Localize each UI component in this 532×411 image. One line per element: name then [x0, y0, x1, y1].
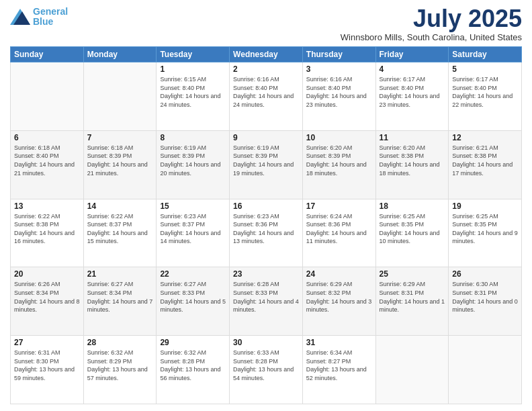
- day-number: 8: [160, 133, 226, 142]
- day-number: 5: [452, 64, 518, 74]
- table-row: 28Sunrise: 6:32 AMSunset: 8:29 PMDayligh…: [83, 336, 157, 404]
- day-number: 25: [380, 269, 445, 279]
- day-number: 26: [452, 269, 518, 279]
- day-number: 17: [306, 201, 372, 211]
- day-info: Sunrise: 6:25 AMSunset: 8:35 PMDaylight:…: [452, 212, 518, 246]
- day-info: Sunrise: 6:22 AMSunset: 8:38 PMDaylight:…: [14, 212, 80, 246]
- day-info: Sunrise: 6:27 AMSunset: 8:34 PMDaylight:…: [87, 280, 153, 314]
- day-number: 18: [380, 201, 445, 211]
- calendar-week-row: 27Sunrise: 6:31 AMSunset: 8:30 PMDayligh…: [11, 336, 522, 404]
- day-info: Sunrise: 6:26 AMSunset: 8:34 PMDaylight:…: [14, 280, 80, 314]
- table-row: 11Sunrise: 6:20 AMSunset: 8:38 PMDayligh…: [375, 130, 449, 199]
- day-info: Sunrise: 6:20 AMSunset: 8:39 PMDaylight:…: [306, 144, 372, 177]
- logo-text: General Blue: [33, 7, 68, 28]
- day-info: Sunrise: 6:32 AMSunset: 8:29 PMDaylight:…: [87, 349, 153, 382]
- table-row: 8Sunrise: 6:19 AMSunset: 8:39 PMDaylight…: [157, 130, 230, 199]
- table-row: 16Sunrise: 6:23 AMSunset: 8:36 PMDayligh…: [230, 199, 303, 267]
- col-sunday: Sunday: [11, 47, 84, 62]
- col-monday: Monday: [83, 47, 157, 62]
- table-row: 21Sunrise: 6:27 AMSunset: 8:34 PMDayligh…: [83, 267, 157, 336]
- day-number: 31: [306, 338, 372, 347]
- day-number: 2: [233, 64, 299, 74]
- table-row: 1Sunrise: 6:15 AMSunset: 8:40 PMDaylight…: [157, 62, 230, 131]
- day-info: Sunrise: 6:18 AMSunset: 8:40 PMDaylight:…: [14, 144, 80, 177]
- day-number: 3: [306, 64, 372, 74]
- table-row: 29Sunrise: 6:32 AMSunset: 8:28 PMDayligh…: [157, 336, 230, 404]
- location: Winnsboro Mills, South Carolina, United …: [341, 32, 522, 42]
- day-number: 9: [233, 133, 299, 142]
- table-row: 5Sunrise: 6:17 AMSunset: 8:40 PMDaylight…: [449, 62, 522, 131]
- day-number: 29: [160, 338, 226, 347]
- day-info: Sunrise: 6:18 AMSunset: 8:39 PMDaylight:…: [87, 144, 153, 177]
- table-row: 13Sunrise: 6:22 AMSunset: 8:38 PMDayligh…: [11, 199, 84, 267]
- table-row: 9Sunrise: 6:19 AMSunset: 8:39 PMDaylight…: [230, 130, 303, 199]
- table-row: 12Sunrise: 6:21 AMSunset: 8:38 PMDayligh…: [449, 130, 522, 199]
- logo-line1: General: [33, 6, 68, 17]
- calendar-table: Sunday Monday Tuesday Wednesday Thursday…: [10, 46, 522, 404]
- table-row: 24Sunrise: 6:29 AMSunset: 8:32 PMDayligh…: [302, 267, 375, 336]
- table-row: 23Sunrise: 6:28 AMSunset: 8:33 PMDayligh…: [230, 267, 303, 336]
- table-row: [449, 336, 522, 404]
- col-tuesday: Tuesday: [157, 47, 230, 62]
- calendar-week-row: 1Sunrise: 6:15 AMSunset: 8:40 PMDaylight…: [11, 62, 522, 131]
- calendar-header-row: Sunday Monday Tuesday Wednesday Thursday…: [11, 47, 522, 62]
- table-row: [83, 62, 157, 131]
- day-info: Sunrise: 6:17 AMSunset: 8:40 PMDaylight:…: [380, 75, 445, 109]
- title-area: July 2025 Winnsboro Mills, South Carolin…: [341, 7, 522, 42]
- day-number: 23: [233, 269, 299, 279]
- day-info: Sunrise: 6:34 AMSunset: 8:27 PMDaylight:…: [306, 349, 372, 382]
- table-row: 10Sunrise: 6:20 AMSunset: 8:39 PMDayligh…: [302, 130, 375, 199]
- day-number: 7: [87, 133, 153, 142]
- day-info: Sunrise: 6:29 AMSunset: 8:32 PMDaylight:…: [306, 280, 372, 314]
- day-number: 13: [14, 201, 80, 211]
- table-row: 27Sunrise: 6:31 AMSunset: 8:30 PMDayligh…: [11, 336, 84, 404]
- table-row: 26Sunrise: 6:30 AMSunset: 8:31 PMDayligh…: [449, 267, 522, 336]
- day-number: 11: [380, 133, 445, 142]
- table-row: 15Sunrise: 6:23 AMSunset: 8:37 PMDayligh…: [157, 199, 230, 267]
- col-friday: Friday: [375, 47, 449, 62]
- day-info: Sunrise: 6:19 AMSunset: 8:39 PMDaylight:…: [233, 144, 299, 177]
- day-number: 14: [87, 201, 153, 211]
- table-row: 30Sunrise: 6:33 AMSunset: 8:28 PMDayligh…: [230, 336, 303, 404]
- logo: General Blue: [10, 7, 68, 28]
- day-number: 28: [87, 338, 153, 347]
- col-saturday: Saturday: [449, 47, 522, 62]
- day-info: Sunrise: 6:22 AMSunset: 8:37 PMDaylight:…: [87, 212, 153, 246]
- day-number: 4: [380, 64, 445, 74]
- day-info: Sunrise: 6:31 AMSunset: 8:30 PMDaylight:…: [14, 349, 80, 382]
- day-number: 19: [452, 201, 518, 211]
- table-row: 6Sunrise: 6:18 AMSunset: 8:40 PMDaylight…: [11, 130, 84, 199]
- table-row: [375, 336, 449, 404]
- day-info: Sunrise: 6:30 AMSunset: 8:31 PMDaylight:…: [452, 280, 518, 314]
- day-number: 12: [452, 133, 518, 142]
- table-row: 3Sunrise: 6:16 AMSunset: 8:40 PMDaylight…: [302, 62, 375, 131]
- day-info: Sunrise: 6:25 AMSunset: 8:35 PMDaylight:…: [380, 212, 445, 246]
- day-number: 15: [160, 201, 226, 211]
- day-info: Sunrise: 6:15 AMSunset: 8:40 PMDaylight:…: [160, 75, 226, 109]
- table-row: 2Sunrise: 6:16 AMSunset: 8:40 PMDaylight…: [230, 62, 303, 131]
- table-row: 4Sunrise: 6:17 AMSunset: 8:40 PMDaylight…: [375, 62, 449, 131]
- day-info: Sunrise: 6:19 AMSunset: 8:39 PMDaylight:…: [160, 144, 226, 177]
- col-thursday: Thursday: [302, 47, 375, 62]
- day-info: Sunrise: 6:21 AMSunset: 8:38 PMDaylight:…: [452, 144, 518, 177]
- table-row: 20Sunrise: 6:26 AMSunset: 8:34 PMDayligh…: [11, 267, 84, 336]
- day-info: Sunrise: 6:24 AMSunset: 8:36 PMDaylight:…: [306, 212, 372, 246]
- day-info: Sunrise: 6:23 AMSunset: 8:37 PMDaylight:…: [160, 212, 226, 246]
- calendar-week-row: 13Sunrise: 6:22 AMSunset: 8:38 PMDayligh…: [11, 199, 522, 267]
- day-number: 16: [233, 201, 299, 211]
- day-info: Sunrise: 6:23 AMSunset: 8:36 PMDaylight:…: [233, 212, 299, 246]
- day-number: 22: [160, 269, 226, 279]
- day-info: Sunrise: 6:28 AMSunset: 8:33 PMDaylight:…: [233, 280, 299, 314]
- day-number: 10: [306, 133, 372, 142]
- table-row: 19Sunrise: 6:25 AMSunset: 8:35 PMDayligh…: [449, 199, 522, 267]
- header: General Blue July 2025 Winnsboro Mills, …: [10, 7, 522, 42]
- day-number: 21: [87, 269, 153, 279]
- day-number: 24: [306, 269, 372, 279]
- day-info: Sunrise: 6:32 AMSunset: 8:28 PMDaylight:…: [160, 349, 226, 382]
- day-info: Sunrise: 6:17 AMSunset: 8:40 PMDaylight:…: [452, 75, 518, 109]
- calendar-week-row: 20Sunrise: 6:26 AMSunset: 8:34 PMDayligh…: [11, 267, 522, 336]
- table-row: 17Sunrise: 6:24 AMSunset: 8:36 PMDayligh…: [302, 199, 375, 267]
- day-info: Sunrise: 6:20 AMSunset: 8:38 PMDaylight:…: [380, 144, 445, 177]
- day-info: Sunrise: 6:27 AMSunset: 8:33 PMDaylight:…: [160, 280, 226, 314]
- day-number: 30: [233, 338, 299, 347]
